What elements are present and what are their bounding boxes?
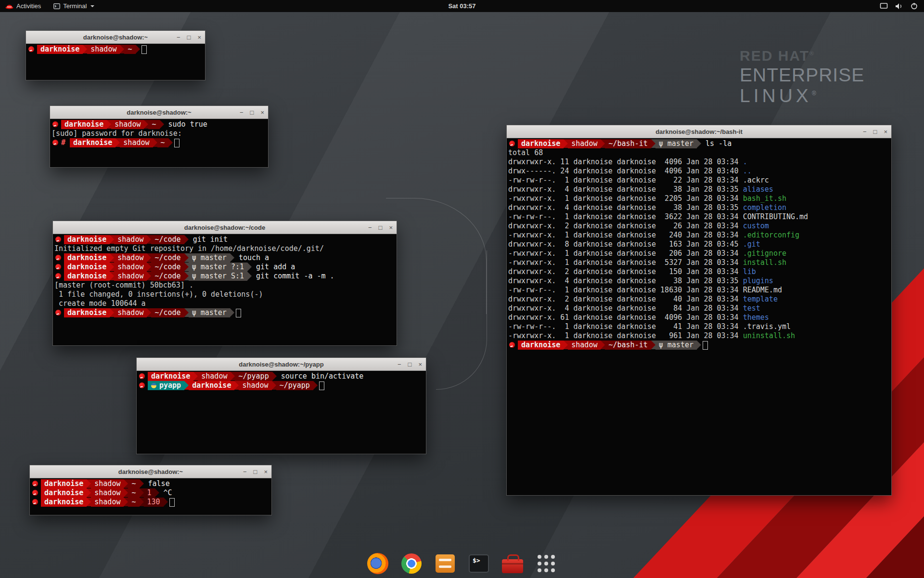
terminal-content[interactable]: darknoiseshadow~: [26, 44, 205, 80]
redhat-prompt-icon: [52, 121, 58, 127]
window-titlebar[interactable]: darknoise@shadow:~/bash-it − □ ×: [507, 125, 891, 138]
prompt-segment-host: shadow: [114, 263, 147, 272]
maximize-button[interactable]: □: [379, 224, 383, 231]
close-button[interactable]: ×: [264, 468, 268, 475]
powerline-separator: [124, 498, 128, 506]
terminal-line: darknoiseshadow~/bash-itmaster ls -la: [508, 139, 890, 148]
powerline-separator: [247, 263, 252, 271]
prompt-segment-host: shadow: [114, 272, 147, 281]
brand-redhat: RED HAT®: [740, 48, 864, 64]
system-status-area: [880, 2, 924, 10]
redhat-prompt-icon: [509, 141, 515, 146]
terminal-line: [sudo] password for darknoise:: [51, 129, 267, 138]
terminal-line: # darknoiseshadow~: [51, 138, 267, 147]
dropdown-caret-icon: [90, 5, 94, 7]
powerline-separator: [184, 253, 189, 262]
volume-icon[interactable]: [895, 3, 903, 10]
file-name: README.md: [743, 286, 782, 294]
file-name: .travis.yml: [743, 322, 791, 331]
powerline-separator: [272, 372, 277, 381]
file-attributes: drwxrwxr-x. 4 darknoise darknoise 84 Jan…: [508, 304, 743, 313]
window-controls: − □ ×: [863, 125, 887, 138]
close-button[interactable]: ×: [197, 34, 201, 41]
prompt-segment-host: shadow: [239, 381, 271, 390]
dock-item-firefox[interactable]: [366, 552, 389, 575]
prompt-segment-host: shadow: [91, 479, 124, 488]
prompt-segment-host: shadow: [91, 488, 124, 498]
root-indicator: #: [61, 138, 70, 147]
file-name: .editorconfig: [743, 231, 799, 239]
close-button[interactable]: ×: [389, 224, 393, 231]
command-text: ^C: [159, 488, 172, 497]
minimize-button[interactable]: −: [368, 224, 372, 231]
dock-item-files[interactable]: [434, 552, 457, 575]
terminal-window-sudo: darknoise@shadow:~ − □ × darknoiseshadow…: [50, 106, 268, 167]
maximize-button[interactable]: □: [408, 361, 412, 368]
powerline-separator: [234, 381, 239, 390]
prompt-segment-git: master: [189, 308, 230, 317]
window-titlebar[interactable]: darknoise@shadow:~/code − □ ×: [53, 221, 397, 234]
top-bar: Activities Terminal Sat 03:57: [0, 0, 924, 12]
dock-item-chrome[interactable]: [400, 552, 423, 575]
close-button[interactable]: ×: [260, 109, 264, 116]
prompt-segment-user: darknoise: [64, 263, 110, 272]
file-attributes: -rw-rw-r--. 1 darknoise darknoise 18630 …: [508, 286, 743, 294]
display-icon[interactable]: [880, 3, 888, 9]
activities-button[interactable]: Activities: [0, 0, 46, 12]
powerline-separator: [147, 253, 151, 262]
powerline-separator: [160, 120, 164, 129]
terminal-content[interactable]: darknoiseshadow~/code git initInitialize…: [53, 234, 397, 345]
dock-item-toolbox[interactable]: [501, 552, 524, 575]
powerline-separator: [651, 341, 655, 349]
terminal-cursor: [141, 45, 147, 54]
window-titlebar[interactable]: darknoise@shadow:~/pyapp − □ ×: [137, 358, 426, 371]
window-titlebar[interactable]: darknoise@shadow:~ − □ ×: [30, 465, 271, 478]
maximize-button[interactable]: □: [254, 468, 257, 475]
maximize-button[interactable]: □: [873, 128, 877, 135]
dock-item-apps[interactable]: [535, 552, 558, 575]
close-button[interactable]: ×: [418, 361, 422, 368]
maximize-button[interactable]: □: [187, 34, 191, 41]
prompt-segment-host: shadow: [87, 45, 120, 54]
file-attributes: -rwxrwxr-x. 1 darknoise darknoise 240 Ja…: [508, 231, 743, 239]
file-attributes: drwxrwxr-x. 2 darknoise darknoise 40 Jan…: [508, 295, 743, 303]
redhat-prompt-icon: [55, 255, 61, 261]
prompt-segment-host: shadow: [120, 138, 153, 147]
prompt-segment-venv: pyapp: [148, 381, 184, 390]
minimize-button[interactable]: −: [398, 361, 401, 368]
prompt-segment-path: ~: [128, 488, 139, 498]
terminal-content[interactable]: darknoiseshadow~/bash-itmaster ls -latot…: [507, 138, 891, 495]
prompt-segment-host: shadow: [111, 120, 144, 129]
minimize-button[interactable]: −: [240, 109, 244, 116]
command-text: git commit -a -m .: [252, 272, 334, 280]
minimize-button[interactable]: −: [243, 468, 247, 475]
terminal-content[interactable]: darknoiseshadow~/pyapp source bin/activa…: [137, 371, 426, 454]
powerline-separator: [110, 263, 114, 271]
power-icon[interactable]: [911, 2, 918, 10]
close-button[interactable]: ×: [884, 128, 887, 135]
file-name: CONTRIBUTING.md: [743, 212, 808, 221]
terminal-line: -rw-rw-r--. 1 darknoise darknoise 41 Jan…: [508, 322, 890, 331]
prompt-segment-path: ~/code: [151, 272, 184, 281]
window-titlebar[interactable]: darknoise@shadow:~ − □ ×: [26, 31, 205, 44]
file-attributes: -rwxrwxr-x. 1 darknoise darknoise 961 Ja…: [508, 331, 743, 340]
powerline-separator: [110, 308, 114, 317]
powerline-separator: [153, 138, 157, 147]
file-name: themes: [743, 313, 769, 322]
app-menu-terminal[interactable]: Terminal: [48, 0, 100, 12]
terminal-content[interactable]: darknoiseshadow~ falsedarknoiseshadow~1 …: [30, 478, 271, 515]
powerline-separator: [564, 341, 568, 349]
minimize-button[interactable]: −: [177, 34, 180, 41]
powerline-separator: [164, 498, 168, 506]
clock[interactable]: Sat 03:57: [448, 2, 475, 10]
terminal-line: -rwxrwxr-x. 1 darknoise darknoise 5327 J…: [508, 258, 890, 267]
powerline-separator: [564, 139, 568, 148]
dock-item-terminal[interactable]: $>: [467, 552, 490, 575]
minimize-button[interactable]: −: [863, 128, 867, 135]
terminal-line: drwxrwxr-x. 2 darknoise darknoise 40 Jan…: [508, 295, 890, 304]
dock: $>: [366, 552, 558, 575]
terminal-content[interactable]: darknoiseshadow~ sudo true[sudo] passwor…: [50, 119, 268, 167]
maximize-button[interactable]: □: [250, 109, 254, 116]
window-titlebar[interactable]: darknoise@shadow:~ − □ ×: [50, 106, 268, 119]
prompt-segment-path: ~: [128, 498, 139, 507]
